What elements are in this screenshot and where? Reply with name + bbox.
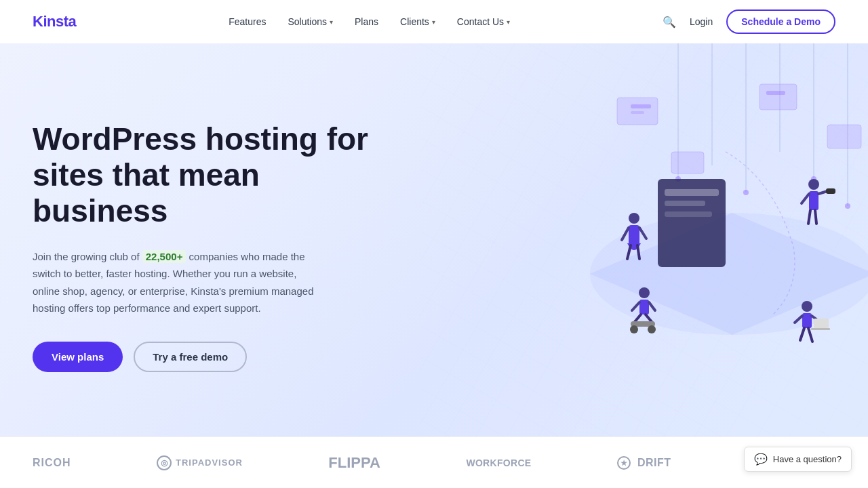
svg-point-11	[743, 190, 749, 195]
svg-rect-17	[760, 84, 797, 110]
chat-label: Have a question?	[773, 454, 842, 464]
svg-line-37	[815, 210, 816, 224]
svg-rect-32	[809, 191, 818, 210]
navbar: Kinsta Features Solutions ▾ Plans Client…	[0, 0, 868, 43]
search-icon[interactable]: 🔍	[663, 16, 676, 28]
svg-rect-15	[631, 104, 651, 108]
svg-point-46	[648, 325, 656, 333]
svg-point-13	[845, 203, 850, 209]
nav-actions: 🔍 Login Schedule a Demo	[663, 9, 835, 34]
logos-bar: RICOH ◎ Tripadvisor Flippa Workforce ★ D…	[0, 436, 868, 488]
logo-ricoh: RICOH	[33, 457, 71, 469]
svg-rect-18	[766, 91, 785, 95]
svg-rect-23	[665, 201, 705, 206]
svg-point-31	[808, 179, 819, 190]
svg-rect-51	[814, 319, 829, 328]
nav-item-solutions[interactable]: Solutions ▾	[288, 16, 333, 27]
hero-content: WordPress hosting for sites that mean bu…	[33, 108, 399, 372]
view-plans-button[interactable]: View plans	[33, 342, 123, 372]
hero-title: WordPress hosting for sites that mean bu…	[33, 121, 399, 229]
logo-flippa: Flippa	[328, 454, 380, 472]
hero-section: WordPress hosting for sites that mean bu…	[0, 43, 868, 436]
schedule-demo-button[interactable]: Schedule a Demo	[726, 9, 835, 34]
logo-workforce: Workforce	[466, 458, 531, 468]
logo-tripadvisor: ◎ Tripadvisor	[157, 455, 243, 470]
svg-point-38	[639, 287, 650, 298]
svg-rect-20	[671, 152, 704, 174]
svg-rect-24	[665, 211, 712, 217]
svg-rect-19	[827, 125, 861, 148]
nav-links: Features Solutions ▾ Plans Clients ▾ Con…	[229, 16, 510, 27]
svg-rect-39	[639, 300, 649, 314]
chat-icon: 💬	[754, 453, 768, 466]
svg-rect-26	[629, 225, 639, 245]
svg-point-47	[802, 301, 812, 312]
svg-rect-52	[811, 328, 830, 330]
nav-item-plans[interactable]: Plans	[355, 16, 378, 27]
svg-rect-16	[631, 111, 644, 114]
login-link[interactable]: Login	[690, 16, 713, 27]
logo[interactable]: Kinsta	[33, 13, 76, 30]
chat-widget[interactable]: 💬 Have a question?	[744, 447, 852, 472]
hero-description: Join the growing club of 22,500+ compani…	[33, 248, 324, 317]
nav-item-features[interactable]: Features	[229, 16, 266, 27]
nav-item-contact[interactable]: Contact Us ▾	[457, 16, 510, 27]
try-free-demo-button[interactable]: Try a free demo	[134, 342, 247, 372]
svg-point-45	[630, 325, 638, 333]
svg-point-25	[629, 213, 639, 224]
nav-item-clients[interactable]: Clients ▾	[400, 16, 435, 27]
hero-buttons: View plans Try a free demo	[33, 342, 399, 372]
logo-drift: ★ Drift	[617, 456, 671, 470]
svg-rect-48	[802, 313, 812, 328]
svg-rect-35	[826, 188, 835, 194]
highlight-badge: 22,500+	[142, 250, 186, 263]
svg-rect-22	[665, 189, 719, 196]
hero-illustration	[420, 43, 868, 436]
